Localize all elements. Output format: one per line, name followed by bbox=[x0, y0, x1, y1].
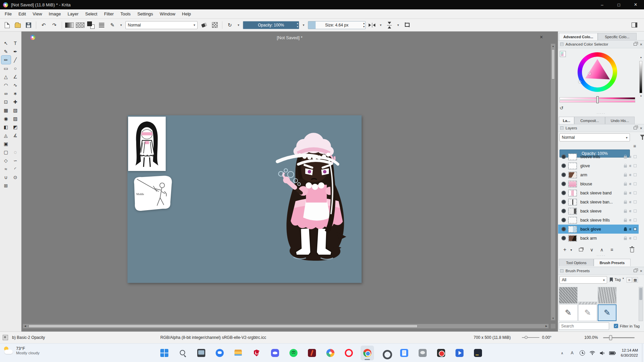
brush-preset-pencil-selected[interactable]: ✎ bbox=[598, 304, 616, 321]
eraser-mode-button[interactable] bbox=[200, 21, 208, 29]
selection-mode-icon[interactable] bbox=[3, 335, 8, 340]
layer-row-back-arm[interactable]: back arm α bbox=[558, 234, 639, 243]
tool-freehand-path[interactable]: ∿ bbox=[11, 81, 20, 89]
layer-visibility-icon[interactable] bbox=[561, 155, 566, 159]
layer-row-arm[interactable]: arm α bbox=[558, 170, 639, 179]
layer-name[interactable]: sleeve frills bbox=[580, 155, 600, 159]
layer-style-icon[interactable] bbox=[634, 219, 637, 222]
opacity-spinner[interactable]: ▴▾ bbox=[297, 22, 298, 28]
tag-label[interactable]: Tag bbox=[614, 278, 621, 282]
menu-help[interactable]: Help bbox=[179, 9, 195, 19]
alpha-lock-icon[interactable]: α bbox=[629, 182, 631, 186]
alpha-lock-icon[interactable]: α bbox=[629, 191, 631, 195]
layer-visibility-icon[interactable] bbox=[561, 173, 566, 177]
layer-thumbnail[interactable] bbox=[568, 235, 577, 242]
layer-row-sleeve-frills[interactable]: sleeve frills α bbox=[558, 152, 639, 161]
color-selector-settings-button[interactable] bbox=[560, 51, 566, 57]
layer-thumbnail[interactable] bbox=[568, 172, 577, 178]
float-docker-icon[interactable] bbox=[634, 43, 637, 46]
layer-name[interactable]: blouse bbox=[580, 182, 592, 186]
tool-line[interactable]: ╱ bbox=[11, 56, 20, 64]
menu-edit[interactable]: Edit bbox=[15, 9, 29, 19]
menu-tools[interactable]: Tools bbox=[117, 9, 134, 19]
tool-bezier-select[interactable]: ◜ bbox=[11, 165, 20, 173]
tool-ellipse[interactable]: ○ bbox=[11, 64, 20, 72]
taskbar-icon-mcafee[interactable] bbox=[250, 346, 263, 360]
layer-name[interactable]: back sleeve frills bbox=[580, 218, 610, 223]
gradient-chooser-button[interactable] bbox=[65, 21, 74, 29]
opacity-caret[interactable]: ▾ bbox=[301, 21, 306, 29]
alpha-lock-icon[interactable]: α bbox=[629, 155, 631, 159]
language-indicator[interactable]: A bbox=[567, 346, 577, 360]
tab-layers[interactable]: La... bbox=[559, 117, 574, 124]
tool-crop[interactable]: ▦ bbox=[1, 106, 11, 114]
taskbar-icon-record[interactable] bbox=[434, 346, 448, 360]
canvas-horizontal-scrollbar[interactable]: ◀ ▶ bbox=[23, 324, 549, 328]
brush-search-input[interactable] bbox=[559, 322, 609, 330]
layer-row-back-sleeve-band[interactable]: back sleeve band α bbox=[558, 188, 639, 197]
menu-image[interactable]: Image bbox=[45, 9, 64, 19]
triangle-marker[interactable] bbox=[588, 72, 591, 75]
alpha-lock-icon[interactable]: α bbox=[629, 227, 631, 231]
layer-name[interactable]: back sleeve ban... bbox=[580, 200, 613, 204]
show-desktop-button[interactable] bbox=[642, 344, 644, 362]
menu-select[interactable]: Select bbox=[82, 9, 101, 19]
alpha-lock-icon[interactable]: α bbox=[629, 200, 631, 204]
canvas[interactable]: Middle bbox=[127, 115, 362, 283]
layer-visibility-icon[interactable] bbox=[561, 209, 566, 213]
zoom-slider[interactable] bbox=[603, 337, 635, 338]
tool-rectangle[interactable]: ▭ bbox=[1, 64, 11, 72]
blend-mode-dropdown[interactable]: Normal ▾ bbox=[125, 21, 198, 29]
taskbar-icon-start[interactable] bbox=[158, 346, 171, 360]
layer-name[interactable]: back sleeve bbox=[580, 209, 601, 214]
brush-preset-texture-1[interactable] bbox=[559, 287, 578, 304]
reference-image-maid-sketch[interactable] bbox=[128, 117, 166, 171]
layer-blend-mode-dropdown[interactable]: Normal ▾ bbox=[559, 133, 630, 141]
tool-fill[interactable]: ◧ bbox=[1, 123, 11, 131]
tool-color-sampler[interactable]: ◉ bbox=[1, 114, 11, 123]
tray-battery[interactable] bbox=[607, 346, 618, 360]
tab-brush-presets[interactable]: Brush Presets bbox=[594, 259, 631, 266]
taskbar-icon-gimp[interactable] bbox=[416, 346, 429, 360]
tool-calligraphy[interactable]: ✒ bbox=[11, 47, 20, 56]
reload-caret[interactable]: ▾ bbox=[236, 21, 241, 29]
zoom-slider-handle[interactable] bbox=[609, 335, 612, 340]
taskbar-icon-file-explorer[interactable] bbox=[231, 346, 245, 360]
lock-icon[interactable] bbox=[624, 210, 627, 213]
taskbar-icon-search[interactable] bbox=[176, 346, 190, 360]
taskbar-icon-movies-tv[interactable] bbox=[453, 346, 466, 360]
tool-edit-shapes[interactable]: ✎ bbox=[1, 47, 11, 56]
menu-layer[interactable]: Layer bbox=[64, 9, 82, 19]
layer-row-back-sleeve-band-2[interactable]: back sleeve ban... α bbox=[558, 197, 639, 206]
scroll-down-icon[interactable]: ▼ bbox=[551, 316, 555, 320]
color-scroll-down-icon[interactable]: ▼ bbox=[639, 94, 643, 98]
alpha-lock-icon[interactable]: α bbox=[629, 209, 631, 213]
tool-polygon-select[interactable]: ◇ bbox=[1, 156, 11, 165]
layer-thumbnail[interactable] bbox=[568, 190, 577, 196]
taskbar-icon-discord[interactable] bbox=[268, 346, 282, 360]
tool-reference-images[interactable]: ▣ bbox=[1, 139, 11, 148]
vertical-scroll-thumb[interactable] bbox=[551, 49, 555, 79]
layer-visibility-icon[interactable] bbox=[561, 218, 566, 222]
tool-rect-select[interactable]: ▢ bbox=[1, 148, 11, 156]
close-docker-icon[interactable]: × bbox=[640, 42, 642, 47]
lock-icon[interactable] bbox=[624, 192, 627, 195]
layer-style-icon[interactable] bbox=[634, 155, 637, 158]
alpha-lock-icon[interactable]: α bbox=[629, 164, 631, 168]
layer-name[interactable]: back sleeve band bbox=[580, 191, 611, 195]
tab-advanced-color[interactable]: Advanced Colo... bbox=[559, 33, 598, 40]
add-layer-button[interactable]: + bbox=[561, 246, 569, 254]
taskbar-icon-spotify[interactable] bbox=[287, 346, 300, 360]
canvas-rotation-slider[interactable] bbox=[522, 337, 539, 338]
layer-row-blouse[interactable]: blouse α bbox=[558, 179, 639, 188]
menu-view[interactable]: View bbox=[29, 9, 45, 19]
layer-row-glove[interactable]: glove α bbox=[558, 161, 639, 170]
alpha-lock-icon[interactable]: α bbox=[629, 218, 631, 222]
tool-freehand-brush[interactable]: ✏ bbox=[1, 56, 11, 64]
color-wheel[interactable] bbox=[578, 52, 617, 92]
tool-transform[interactable]: ⊡ bbox=[1, 98, 11, 106]
bookmark-icon[interactable] bbox=[610, 278, 613, 282]
scroll-right-icon[interactable]: ▶ bbox=[544, 324, 548, 328]
tool-freehand-select[interactable]: ∽ bbox=[11, 156, 20, 165]
taskbar-clock[interactable]: 12:14 AM 6/30/2022 bbox=[621, 348, 638, 358]
